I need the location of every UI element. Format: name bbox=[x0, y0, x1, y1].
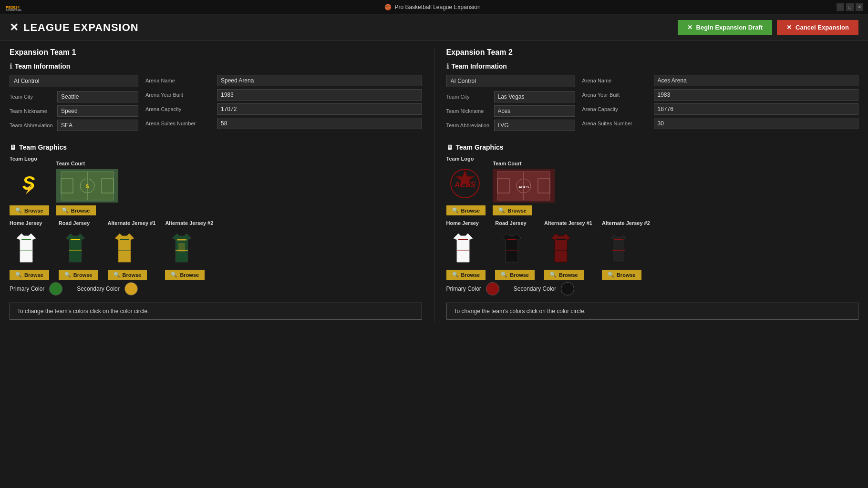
team1-alt1-jersey-label: Alternate Jersey #1 bbox=[108, 220, 156, 226]
team2-info-header: ℹ Team Information bbox=[446, 62, 859, 70]
team2-logo-label: Team Logo bbox=[446, 156, 474, 162]
title-bar: PB2024 BASKETBALL 🏀 Pro Basketball Leagu… bbox=[0, 0, 868, 14]
team1-nickname-input[interactable] bbox=[57, 105, 138, 117]
team2-arena-capacity-input[interactable] bbox=[654, 103, 859, 115]
team1-city-label: Team City bbox=[10, 94, 57, 100]
team2-home-jersey-item: Home Jersey 🔍 Browse bbox=[446, 220, 486, 280]
team2-arena-capacity-row: Arena Capacity bbox=[582, 103, 859, 115]
team2-alt2-jersey-browse-button[interactable]: 🔍 Browse bbox=[602, 270, 641, 280]
team1-arena-capacity-input[interactable] bbox=[217, 103, 422, 115]
team2-abbreviation-input[interactable] bbox=[494, 120, 575, 131]
minimize-button[interactable]: − bbox=[837, 3, 844, 11]
draft-icon: ✕ bbox=[687, 24, 692, 31]
team2-primary-color-circle[interactable] bbox=[486, 282, 499, 295]
team1-logo-browse-button[interactable]: 🔍 Browse bbox=[10, 205, 49, 215]
team2-city-input[interactable] bbox=[494, 91, 575, 102]
team1-nickname-row: Team Nickname bbox=[10, 105, 138, 117]
window-title: 🏀 Pro Basketball League Expansion bbox=[384, 4, 480, 10]
svg-marker-13 bbox=[17, 234, 36, 262]
team2-court-label: Team Court bbox=[493, 161, 521, 166]
team1-abbreviation-row: Team Abbreviation bbox=[10, 120, 138, 131]
team2-primary-color-label: Primary Color bbox=[446, 285, 481, 292]
team2-secondary-color-label: Secondary Color bbox=[514, 285, 556, 292]
team1-court-item: Team Court S 🔍 bbox=[56, 161, 118, 215]
app-logo: PB2024 BASKETBALL bbox=[5, 2, 29, 12]
team2-nickname-input[interactable] bbox=[494, 105, 575, 117]
team2-secondary-color-circle[interactable] bbox=[561, 282, 574, 295]
team1-alt1-jersey-browse-button[interactable]: 🔍 Browse bbox=[108, 270, 147, 280]
team1-graphics-header: 🖥 Team Graphics bbox=[10, 143, 422, 151]
team2-road-jersey-browse-button[interactable]: 🔍 Browse bbox=[495, 270, 535, 280]
team1-arena-name-input[interactable] bbox=[217, 75, 422, 86]
team1-alt2-jersey-browse-button[interactable]: 🔍 Browse bbox=[165, 270, 205, 280]
team1-alt2-jersey-label: Alternate Jersey #2 bbox=[165, 220, 213, 226]
team2-arena-suites-input[interactable] bbox=[654, 118, 859, 129]
search-icon: 🔍 bbox=[64, 272, 71, 278]
maximize-button[interactable]: □ bbox=[846, 3, 854, 11]
team2-primary-color-item: Primary Color bbox=[446, 282, 499, 295]
team1-home-jersey-browse-button[interactable]: 🔍 Browse bbox=[10, 270, 49, 280]
search-icon: 🔍 bbox=[608, 272, 614, 278]
team2-abbreviation-row: Team Abbreviation bbox=[446, 120, 575, 131]
svg-marker-16 bbox=[66, 234, 85, 262]
team2-nickname-label: Team Nickname bbox=[446, 108, 494, 114]
team1-control-select[interactable]: AI Control Human Control bbox=[10, 75, 138, 87]
team2-info-left: AI Control Human Control Team City Team … bbox=[446, 75, 575, 134]
team2-home-jersey-image bbox=[446, 229, 480, 267]
team2-court-browse-button[interactable]: 🔍 Browse bbox=[493, 205, 532, 215]
team1-abbreviation-input[interactable] bbox=[57, 120, 138, 131]
team2-home-jersey-browse-button[interactable]: 🔍 Browse bbox=[446, 270, 486, 280]
team2-alt1-jersey-item: Alternate Jersey #1 🔍 Browse bbox=[544, 220, 592, 280]
cancel-expansion-button[interactable]: ✕ Cancel Expansion bbox=[777, 20, 858, 35]
team1-road-jersey-label: Road Jersey bbox=[59, 220, 90, 226]
team1-arena-year-input[interactable] bbox=[217, 89, 422, 101]
svg-marker-45 bbox=[609, 234, 628, 262]
monitor-icon: 🖥 bbox=[10, 143, 16, 151]
window-controls[interactable]: − □ ✕ bbox=[837, 3, 863, 11]
team1-arena-suites-label: Arena Suites Number bbox=[145, 121, 217, 126]
team1-road-jersey-browse-button[interactable]: 🔍 Browse bbox=[59, 270, 98, 280]
team2-info-section: ℹ Team Information AI Control Human Cont… bbox=[446, 62, 859, 134]
team1-home-jersey-item: Home Jersey 🔍 Browse bbox=[10, 220, 49, 280]
team1-road-jersey-item: Road Jersey 🔍 Browse bbox=[59, 220, 98, 280]
team2-alt2-jersey-image bbox=[602, 229, 635, 267]
team1-city-input[interactable] bbox=[57, 91, 138, 102]
team2-control-select[interactable]: AI Control Human Control bbox=[446, 75, 575, 87]
team1-home-jersey-image bbox=[10, 229, 43, 267]
svg-text:S: S bbox=[85, 184, 89, 189]
team2-logo-browse-button[interactable]: 🔍 Browse bbox=[446, 205, 486, 215]
search-icon: 🔍 bbox=[15, 272, 22, 278]
team2-home-jersey-label: Home Jersey bbox=[446, 220, 479, 226]
team1-primary-color-circle[interactable] bbox=[49, 282, 62, 295]
team2-logo-court-row: Team Logo ACES 🔍 Browse bbox=[446, 156, 859, 215]
team2-arena-name-input[interactable] bbox=[654, 75, 859, 86]
team2-secondary-color-item: Secondary Color bbox=[514, 282, 574, 295]
team1-road-jersey-image bbox=[59, 229, 92, 267]
svg-text:BASKETBALL: BASKETBALL bbox=[6, 9, 22, 11]
svg-rect-25 bbox=[178, 243, 185, 252]
team2-arena-info: Arena Name Arena Year Built Arena Capaci… bbox=[582, 75, 859, 132]
team2-arena-year-input[interactable] bbox=[654, 89, 859, 101]
team1-arena-suites-input[interactable] bbox=[217, 118, 422, 129]
search-icon: 🔍 bbox=[501, 272, 507, 278]
team2-graphics-section: 🖥 Team Graphics Team Logo ACES bbox=[446, 143, 859, 295]
page-title: LEAGUE EXPANSION bbox=[23, 21, 139, 34]
team2-city-row: Team City bbox=[446, 91, 575, 102]
team2-arena-name-label: Arena Name bbox=[582, 78, 654, 83]
team1-secondary-color-circle[interactable] bbox=[124, 282, 138, 295]
team1-info-left: AI Control Human Control Team City Team … bbox=[10, 75, 138, 134]
team2-graphics-header: 🖥 Team Graphics bbox=[446, 143, 859, 151]
team1-panel: Expansion Team 1 ℹ Team Information AI C… bbox=[10, 48, 422, 322]
title-bar-left: PB2024 BASKETBALL bbox=[5, 2, 29, 12]
team2-arena-name-row: Arena Name bbox=[582, 75, 859, 86]
team1-alt2-jersey-image bbox=[165, 229, 198, 267]
close-button[interactable]: ✕ bbox=[856, 3, 863, 11]
begin-expansion-draft-button[interactable]: ✕ Begin Expansion Draft bbox=[678, 20, 772, 35]
team1-court-browse-button[interactable]: 🔍 Browse bbox=[56, 205, 96, 215]
team2-alt1-jersey-browse-button[interactable]: 🔍 Browse bbox=[544, 270, 584, 280]
team1-home-jersey-label: Home Jersey bbox=[10, 220, 42, 226]
team2-city-label: Team City bbox=[446, 94, 494, 100]
info-icon: ℹ bbox=[10, 62, 12, 70]
team2-arena-suites-row: Arena Suites Number bbox=[582, 118, 859, 129]
search-icon: 🔍 bbox=[171, 272, 177, 278]
